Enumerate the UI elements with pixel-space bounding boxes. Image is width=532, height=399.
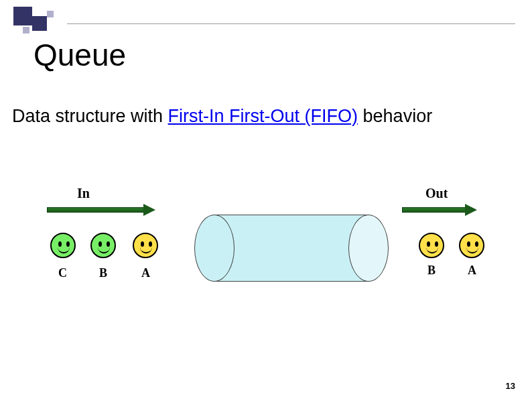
face-in-a: [133, 233, 158, 258]
subtitle-post: behavior: [358, 106, 432, 126]
slide-title: Queue: [34, 37, 126, 73]
face-in-c: [50, 233, 76, 258]
queue-diagram: In Out C B A B A: [0, 178, 532, 312]
face-in-b-label: B: [99, 266, 107, 280]
fifo-link[interactable]: First-In First-Out (FIFO): [168, 106, 358, 126]
header-rule: [67, 23, 515, 24]
face-in-c-label: C: [58, 266, 67, 280]
face-out-a: [459, 233, 484, 258]
out-label: Out: [425, 186, 448, 201]
in-label: In: [77, 186, 90, 201]
face-out-b-label: B: [427, 264, 436, 278]
face-in-a-label: A: [141, 266, 150, 280]
slide-subtitle: Data structure with First-In First-Out (…: [12, 106, 432, 127]
face-out-a-label: A: [468, 264, 476, 278]
subtitle-pre: Data structure with: [12, 106, 168, 126]
face-in-b: [90, 233, 116, 258]
page-number: 13: [506, 381, 515, 391]
face-out-b: [419, 233, 444, 258]
queue-pipe: [194, 215, 389, 282]
